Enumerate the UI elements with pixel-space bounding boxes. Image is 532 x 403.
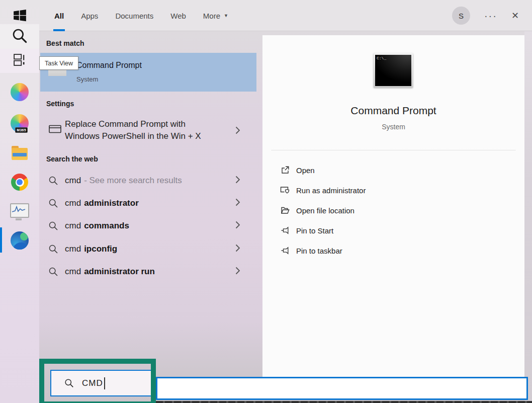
- search-icon: [48, 176, 58, 186]
- web-result[interactable]: cmdadministrator run: [40, 260, 256, 283]
- result-subtitle: System: [76, 75, 98, 83]
- search-input[interactable]: CMD: [50, 370, 152, 396]
- m365-copilot-button[interactable]: M365: [0, 112, 39, 135]
- settings-result-text: Replace Command Prompt with Windows Powe…: [65, 118, 201, 142]
- resource-monitor-icon: [10, 203, 29, 218]
- chevron-down-icon: ▼: [224, 13, 228, 18]
- preview-panel: C:\_ Command Prompt System Open Run as a…: [262, 35, 524, 377]
- web-result[interactable]: cmdipconfig: [40, 237, 256, 260]
- taskbar-search-button[interactable]: [0, 24, 39, 49]
- active-app-indicator: [0, 227, 2, 253]
- pin-icon: [280, 226, 290, 234]
- close-icon[interactable]: ✕: [511, 10, 519, 21]
- task-view-tooltip: Task View: [39, 56, 78, 70]
- chevron-right-icon[interactable]: [235, 126, 240, 136]
- resource-monitor-button[interactable]: [0, 200, 39, 220]
- chrome-icon: [11, 174, 28, 191]
- header-controls: S ··· ✕: [452, 0, 519, 31]
- open-icon: [280, 166, 290, 175]
- search-icon: [48, 244, 58, 254]
- window-icon: [49, 125, 61, 135]
- search-icon: [48, 221, 58, 231]
- desktop-edge-strip: [524, 31, 532, 403]
- chrome-button[interactable]: [0, 172, 39, 192]
- admin-shield-icon: [280, 186, 290, 195]
- action-open-file-location[interactable]: Open file location: [262, 200, 524, 220]
- search-icon: [48, 198, 58, 208]
- web-result[interactable]: cmdcommands: [40, 214, 256, 237]
- filter-tabs: All Apps Documents Web More ▼: [54, 0, 228, 31]
- chevron-right-icon[interactable]: [235, 221, 240, 231]
- task-view-button[interactable]: [0, 49, 39, 73]
- tab-more[interactable]: More ▼: [203, 0, 228, 31]
- search-query-text: CMD: [82, 378, 103, 388]
- action-run-as-admin[interactable]: Run as administrator: [262, 180, 524, 200]
- tab-documents[interactable]: Documents: [115, 0, 153, 31]
- search-icon: [48, 267, 58, 277]
- search-icon: [12, 28, 28, 46]
- action-pin-to-taskbar[interactable]: Pin to taskbar: [262, 240, 524, 261]
- command-prompt-icon: C:\_: [374, 53, 413, 88]
- preview-subtitle: System: [262, 123, 524, 131]
- best-match-section-label: Best match: [46, 39, 84, 47]
- pin-icon: [280, 247, 290, 255]
- screen-bottom-edge: [156, 401, 532, 403]
- task-view-icon: [14, 54, 26, 68]
- windows-search-screen: { "taskbar": { "tooltip": "Task View", "…: [0, 0, 532, 403]
- tab-apps[interactable]: Apps: [81, 0, 98, 31]
- search-header: All Apps Documents Web More ▼ S ··· ✕: [39, 0, 532, 31]
- windows-logo-icon: [13, 9, 27, 24]
- tab-web[interactable]: Web: [170, 0, 186, 31]
- taskbar-search-bar[interactable]: [156, 377, 528, 400]
- user-avatar[interactable]: S: [452, 7, 470, 25]
- settings-section-label: Settings: [46, 100, 74, 108]
- copilot-button[interactable]: [0, 80, 39, 104]
- chevron-right-icon[interactable]: [235, 176, 240, 186]
- action-pin-to-start[interactable]: Pin to Start: [262, 220, 524, 240]
- result-title: Command Prompt: [76, 61, 142, 70]
- file-explorer-icon: [12, 148, 28, 160]
- divider: [272, 150, 515, 150]
- chevron-right-icon[interactable]: [235, 267, 240, 277]
- chevron-right-icon[interactable]: [235, 244, 240, 254]
- more-options-icon[interactable]: ···: [484, 13, 497, 18]
- results-panel: Best match C:\_ Command Prompt System Se…: [39, 31, 262, 377]
- tab-all[interactable]: All: [54, 0, 64, 31]
- settings-result[interactable]: Replace Command Prompt with Windows Powe…: [40, 117, 256, 146]
- file-explorer-button[interactable]: [0, 144, 39, 164]
- edge-icon: [11, 231, 29, 250]
- web-section-label: Search the web: [46, 155, 98, 163]
- taskbar: M365: [0, 0, 39, 403]
- web-result[interactable]: cmdadministrator: [40, 192, 256, 214]
- edge-button[interactable]: [0, 229, 39, 252]
- open-folder-icon: [280, 206, 290, 215]
- search-icon: [64, 378, 74, 388]
- text-caret: [104, 377, 105, 389]
- action-open[interactable]: Open: [262, 160, 524, 180]
- web-result[interactable]: cmd- See more search results: [40, 169, 256, 192]
- preview-title: Command Prompt: [262, 105, 524, 117]
- copilot-icon: [11, 83, 29, 101]
- chevron-right-icon[interactable]: [235, 198, 240, 208]
- m365-badge: M365: [15, 127, 28, 133]
